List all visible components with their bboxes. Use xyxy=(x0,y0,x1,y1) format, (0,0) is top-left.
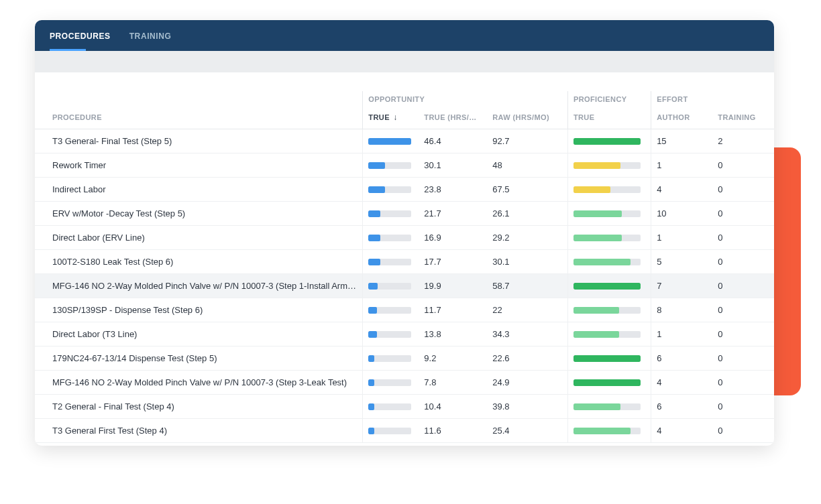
table-row[interactable]: Rework Timer30.14810 xyxy=(35,153,774,178)
proficiency-bar xyxy=(573,210,641,217)
opportunity-bar xyxy=(368,138,411,145)
table-row[interactable]: Direct Labor (T3 Line)13.834.310 xyxy=(35,322,774,346)
table-row[interactable]: 179NC24-67-13/14 Dispense Test (Step 5)9… xyxy=(35,346,774,371)
group-header-empty xyxy=(35,91,363,106)
cell-training: 0 xyxy=(712,178,774,202)
cell-opportunity-raw: 34.3 xyxy=(487,322,567,346)
proficiency-bar xyxy=(573,403,641,410)
cell-opportunity-true-bar xyxy=(363,250,419,274)
proficiency-bar xyxy=(573,259,641,265)
cell-training: 0 xyxy=(712,202,774,226)
cell-author: 15 xyxy=(651,129,713,153)
cell-proficiency-true xyxy=(567,371,651,395)
opportunity-bar xyxy=(368,428,411,434)
cell-procedure: 100T2-S180 Leak Test (Step 6) xyxy=(35,250,363,274)
proficiency-bar xyxy=(573,379,641,386)
cell-training: 0 xyxy=(712,226,774,250)
cell-opportunity-true-hrs: 13.8 xyxy=(419,322,487,346)
table-row[interactable]: Direct Labor (ERV Line)16.929.210 xyxy=(35,226,774,250)
table-row[interactable]: T2 General - Final Test (Step 4)10.439.8… xyxy=(35,395,774,419)
sub-toolbar xyxy=(35,51,774,72)
proficiency-bar xyxy=(573,307,641,314)
table-row[interactable]: 100T2-S180 Leak Test (Step 6)17.730.150 xyxy=(35,250,774,274)
proficiency-bar xyxy=(573,138,641,145)
cell-proficiency-true xyxy=(567,250,651,274)
cell-opportunity-true-hrs: 10.4 xyxy=(419,395,487,419)
col-header-training[interactable]: TRAINING xyxy=(712,106,774,129)
col-header-raw[interactable]: RAW (HRS/MO) xyxy=(487,106,567,129)
cell-author: 1 xyxy=(651,322,713,346)
table-row[interactable]: ERV w/Motor -Decay Test (Step 5)21.726.1… xyxy=(35,202,774,226)
cell-procedure: Direct Labor (T3 Line) xyxy=(35,322,363,346)
cell-opportunity-true-hrs: 21.7 xyxy=(419,202,487,226)
cell-opportunity-raw: 67.5 xyxy=(487,178,567,202)
table-row[interactable]: MFG-146 NO 2-Way Molded Pinch Valve w/ P… xyxy=(35,371,774,395)
procedures-table: OPPORTUNITY PROFICIENCY EFFORT PROCEDURE… xyxy=(35,91,774,443)
table-row[interactable]: MFG-146 NO 2-Way Molded Pinch Valve w/ P… xyxy=(35,274,774,298)
cell-procedure: T2 General - Final Test (Step 4) xyxy=(35,395,363,419)
col-header-prof-true[interactable]: TRUE xyxy=(567,106,651,129)
opportunity-bar xyxy=(368,235,411,241)
group-header-opportunity: OPPORTUNITY xyxy=(363,91,568,106)
cell-procedure: T3 General First Test (Step 4) xyxy=(35,419,363,443)
col-header-procedure[interactable]: PROCEDURE xyxy=(35,106,363,129)
cell-proficiency-true xyxy=(567,153,651,178)
cell-opportunity-true-hrs: 19.9 xyxy=(419,274,487,298)
opportunity-bar xyxy=(368,331,411,338)
proficiency-bar xyxy=(573,331,641,338)
cell-opportunity-true-hrs: 16.9 xyxy=(419,226,487,250)
col-header-author[interactable]: AUTHOR xyxy=(651,106,713,129)
proficiency-bar xyxy=(573,162,641,169)
proficiency-bar xyxy=(573,235,641,241)
cell-training: 0 xyxy=(712,250,774,274)
tab-training[interactable]: TRAINING xyxy=(129,21,172,50)
cell-training: 0 xyxy=(712,419,774,443)
group-header-effort: EFFORT xyxy=(651,91,774,106)
tab-procedures[interactable]: PROCEDURES xyxy=(50,21,111,50)
cell-opportunity-true-bar xyxy=(363,346,419,371)
table-row[interactable]: Indirect Labor23.867.540 xyxy=(35,178,774,202)
opportunity-bar xyxy=(368,379,411,386)
cell-procedure: Rework Timer xyxy=(35,153,363,178)
cell-author: 4 xyxy=(651,419,713,443)
opportunity-bar xyxy=(368,283,411,290)
col-header-true-sorted[interactable]: TRUE ↓ xyxy=(363,106,419,129)
table-row[interactable]: T3 General First Test (Step 4)11.625.440 xyxy=(35,419,774,443)
cell-author: 7 xyxy=(651,274,713,298)
opportunity-bar xyxy=(368,355,411,362)
cell-procedure: MFG-146 NO 2-Way Molded Pinch Valve w/ P… xyxy=(35,274,363,298)
cell-opportunity-true-bar xyxy=(363,298,419,322)
cell-proficiency-true xyxy=(567,226,651,250)
cell-procedure: MFG-146 NO 2-Way Molded Pinch Valve w/ P… xyxy=(35,371,363,395)
cell-proficiency-true xyxy=(567,322,651,346)
cell-opportunity-true-hrs: 9.2 xyxy=(419,346,487,371)
cell-proficiency-true xyxy=(567,178,651,202)
cell-opportunity-true-bar xyxy=(363,202,419,226)
cell-author: 6 xyxy=(651,395,713,419)
cell-opportunity-true-hrs: 30.1 xyxy=(419,153,487,178)
opportunity-bar xyxy=(368,186,411,193)
cell-opportunity-true-hrs: 17.7 xyxy=(419,250,487,274)
opportunity-bar xyxy=(368,403,411,410)
cell-opportunity-true-bar xyxy=(363,322,419,346)
tab-bar: PROCEDURES TRAINING xyxy=(35,20,774,51)
cell-author: 6 xyxy=(651,346,713,371)
table-row[interactable]: 130SP/139SP - Dispense Test (Step 6)11.7… xyxy=(35,298,774,322)
proficiency-bar xyxy=(573,355,641,362)
table-row[interactable]: T3 General- Final Test (Step 5)46.492.71… xyxy=(35,129,774,153)
cell-opportunity-true-bar xyxy=(363,395,419,419)
cell-opportunity-true-bar xyxy=(363,274,419,298)
cell-opportunity-raw: 22 xyxy=(487,298,567,322)
cell-opportunity-raw: 22.6 xyxy=(487,346,567,371)
cell-opportunity-true-hrs: 46.4 xyxy=(419,129,487,153)
cell-opportunity-true-bar xyxy=(363,129,419,153)
cell-opportunity-true-hrs: 11.6 xyxy=(419,419,487,443)
cell-training: 0 xyxy=(712,153,774,178)
cell-procedure: T3 General- Final Test (Step 5) xyxy=(35,129,363,153)
col-header-true-hrs[interactable]: TRUE (HRS/… xyxy=(419,106,487,129)
cell-proficiency-true xyxy=(567,298,651,322)
cell-procedure: ERV w/Motor -Decay Test (Step 5) xyxy=(35,202,363,226)
cell-opportunity-raw: 25.4 xyxy=(487,419,567,443)
cell-training: 0 xyxy=(712,371,774,395)
cell-author: 8 xyxy=(651,298,713,322)
